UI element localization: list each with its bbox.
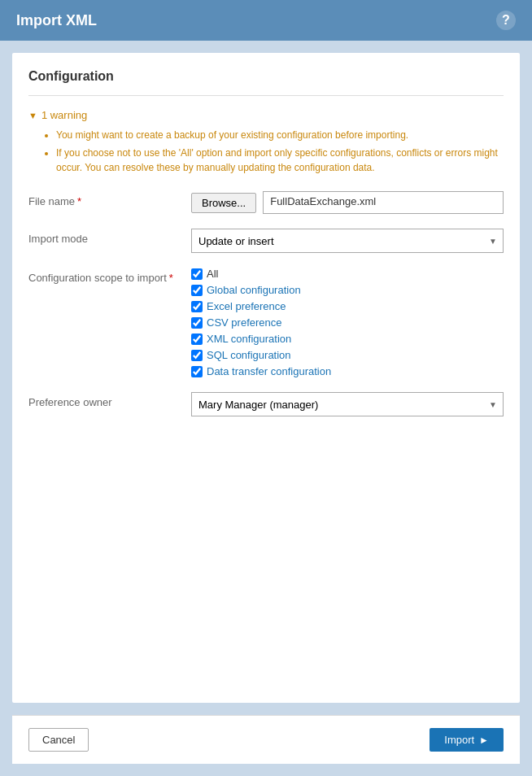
required-indicator: * <box>77 195 81 207</box>
checkbox-xml[interactable] <box>191 334 203 345</box>
dialog-title: Import XML <box>16 12 97 29</box>
checkbox-excel-label: Excel preference <box>207 300 286 312</box>
checkbox-datatransfer-label: Data transfer configuration <box>207 365 331 377</box>
config-scope-row: Configuration scope to import* All Globa… <box>28 268 504 377</box>
warning-item-1: You might want to create a backup of you… <box>56 128 504 142</box>
checkbox-xml-label: XML configuration <box>207 333 291 345</box>
checkbox-sql-label: SQL configuration <box>207 349 291 361</box>
footer: Cancel Import ► <box>12 715 520 764</box>
import-button-label: Import <box>444 734 474 746</box>
checkbox-all-item[interactable]: All <box>191 268 504 280</box>
help-button[interactable]: ? <box>496 11 516 30</box>
file-name-display: FullDataExchange.xml <box>263 191 504 214</box>
checkbox-global-label: Global configuration <box>207 284 301 296</box>
import-mode-wrapper: Update or insert Insert only Update only <box>191 229 504 253</box>
import-button[interactable]: Import ► <box>430 728 504 752</box>
warning-item-2: If you choose not to use the 'All' optio… <box>56 146 504 175</box>
checkbox-global[interactable] <box>191 285 203 296</box>
preference-owner-row: Preference owner Mary Manager (manager) <box>28 392 504 416</box>
checkbox-datatransfer-item[interactable]: Data transfer configuration <box>191 365 504 377</box>
checkbox-all-label: All <box>207 268 218 280</box>
main-content: Configuration ▼ 1 warning You might want… <box>12 53 520 703</box>
checkbox-csv-label: CSV preference <box>207 316 282 329</box>
checkbox-excel[interactable] <box>191 301 203 312</box>
import-mode-row: Import mode Update or insert Insert only… <box>28 229 504 253</box>
required-indicator-2: * <box>169 272 173 284</box>
file-name-label: File name* <box>28 191 191 207</box>
file-name-control: Browse... FullDataExchange.xml <box>191 191 504 214</box>
preference-owner-wrapper: Mary Manager (manager) <box>191 392 504 416</box>
import-mode-select[interactable]: Update or insert Insert only Update only <box>191 229 504 253</box>
checkbox-csv-item[interactable]: CSV preference <box>191 316 504 329</box>
section-title: Configuration <box>28 69 504 84</box>
config-scope-label: Configuration scope to import* <box>28 268 191 284</box>
import-mode-label: Import mode <box>28 229 191 245</box>
preference-owner-label: Preference owner <box>28 392 191 408</box>
checkboxes-group: All Global configuration Excel preferenc… <box>191 268 504 377</box>
cancel-button[interactable]: Cancel <box>28 728 89 752</box>
checkbox-datatransfer[interactable] <box>191 366 203 377</box>
checkbox-csv[interactable] <box>191 317 203 329</box>
checkbox-excel-item[interactable]: Excel preference <box>191 300 504 312</box>
warning-label: 1 warning <box>41 109 87 121</box>
warning-list: You might want to create a backup of you… <box>41 128 504 175</box>
preference-owner-control: Mary Manager (manager) <box>191 392 504 416</box>
checkbox-xml-item[interactable]: XML configuration <box>191 333 504 345</box>
preference-owner-select[interactable]: Mary Manager (manager) <box>191 392 504 416</box>
browse-button[interactable]: Browse... <box>191 193 256 213</box>
form-section: File name* Browse... FullDataExchange.xm… <box>28 191 504 687</box>
checkbox-all[interactable] <box>191 268 203 280</box>
warning-messages: You might want to create a backup of you… <box>41 128 504 178</box>
checkbox-sql-item[interactable]: SQL configuration <box>191 349 504 361</box>
title-bar: Import XML ? <box>0 0 532 41</box>
file-input-group: Browse... FullDataExchange.xml <box>191 191 504 214</box>
checkbox-sql[interactable] <box>191 350 203 361</box>
file-name-row: File name* Browse... FullDataExchange.xm… <box>28 191 504 214</box>
checkbox-global-item[interactable]: Global configuration <box>191 284 504 296</box>
divider <box>28 95 504 96</box>
warning-toggle[interactable]: ▼ 1 warning <box>28 109 504 121</box>
import-arrow-icon: ► <box>479 735 489 746</box>
import-mode-control: Update or insert Insert only Update only <box>191 229 504 253</box>
config-scope-control: All Global configuration Excel preferenc… <box>191 268 504 377</box>
warning-arrow-icon: ▼ <box>28 111 37 120</box>
